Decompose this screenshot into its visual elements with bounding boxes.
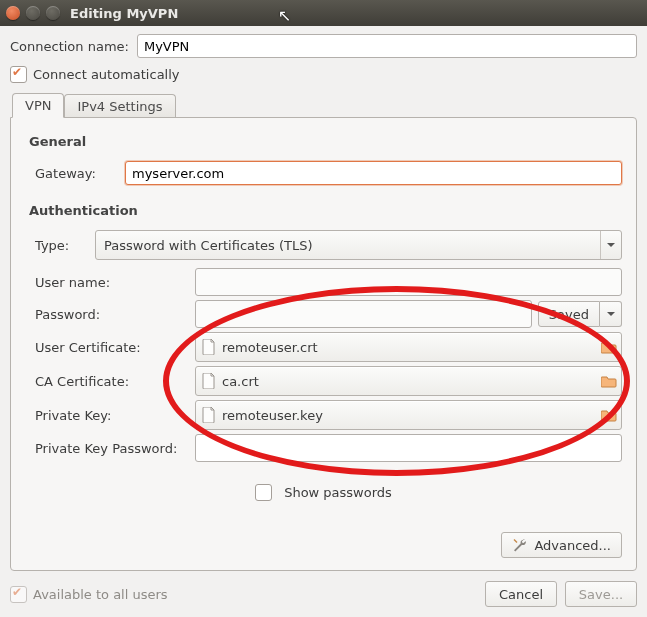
show-passwords-checkbox[interactable]: [255, 484, 272, 501]
connection-name-input[interactable]: [137, 34, 637, 58]
private-key-chooser[interactable]: remoteuser.key: [195, 400, 622, 430]
user-cert-label: User Certificate:: [35, 340, 195, 355]
chevron-down-icon: [607, 312, 615, 316]
tab-bar: VPN IPv4 Settings: [10, 93, 637, 118]
available-all-users-checkbox[interactable]: [10, 586, 27, 603]
tab-ipv4-settings[interactable]: IPv4 Settings: [64, 94, 175, 118]
folder-open-icon: [601, 374, 617, 388]
auth-type-value: Password with Certificates (TLS): [104, 238, 313, 253]
pk-password-label: Private Key Password:: [35, 441, 195, 456]
document-icon: [202, 373, 216, 389]
ca-cert-label: CA Certificate:: [35, 374, 195, 389]
titlebar: Editing MyVPN ↖: [0, 0, 647, 26]
private-key-label: Private Key:: [35, 408, 195, 423]
auth-type-select[interactable]: Password with Certificates (TLS): [95, 230, 622, 260]
folder-open-icon: [601, 340, 617, 354]
section-auth-heading: Authentication: [29, 203, 622, 218]
cursor-icon: ↖: [278, 6, 291, 25]
private-key-filename: remoteuser.key: [222, 408, 323, 423]
user-cert-chooser[interactable]: remoteuser.crt: [195, 332, 622, 362]
password-input[interactable]: [195, 300, 532, 328]
section-general-heading: General: [29, 134, 622, 149]
username-label: User name:: [35, 275, 195, 290]
advanced-button-label: Advanced...: [534, 538, 611, 553]
chevron-down-icon: [600, 231, 621, 259]
cancel-button[interactable]: Cancel: [485, 581, 557, 607]
window-minimize-button[interactable]: [26, 6, 40, 20]
password-label: Password:: [35, 307, 195, 322]
auto-connect-checkbox[interactable]: [10, 66, 27, 83]
pk-password-input[interactable]: [195, 434, 622, 462]
save-button[interactable]: Save...: [565, 581, 637, 607]
wrench-icon: [512, 537, 528, 553]
show-passwords-label: Show passwords: [284, 485, 392, 500]
gateway-label: Gateway:: [35, 166, 125, 181]
window-maximize-button[interactable]: [46, 6, 60, 20]
auth-type-label: Type:: [35, 238, 95, 253]
connection-name-label: Connection name:: [10, 39, 129, 54]
advanced-button[interactable]: Advanced...: [501, 532, 622, 558]
ca-cert-filename: ca.crt: [222, 374, 259, 389]
password-mode-button[interactable]: Saved: [538, 301, 600, 327]
gateway-input[interactable]: [125, 161, 622, 185]
available-all-users-label: Available to all users: [33, 587, 168, 602]
window-title: Editing MyVPN: [70, 6, 178, 21]
window-close-button[interactable]: [6, 6, 20, 20]
password-mode-menu-button[interactable]: [600, 301, 622, 327]
tab-vpn[interactable]: VPN: [12, 93, 64, 118]
ca-cert-chooser[interactable]: ca.crt: [195, 366, 622, 396]
folder-open-icon: [601, 408, 617, 422]
user-cert-filename: remoteuser.crt: [222, 340, 318, 355]
document-icon: [202, 339, 216, 355]
document-icon: [202, 407, 216, 423]
auto-connect-label: Connect automatically: [33, 67, 180, 82]
vpn-editor-window: Editing MyVPN ↖ Connection name: Connect…: [0, 0, 647, 617]
username-input[interactable]: [195, 268, 622, 296]
